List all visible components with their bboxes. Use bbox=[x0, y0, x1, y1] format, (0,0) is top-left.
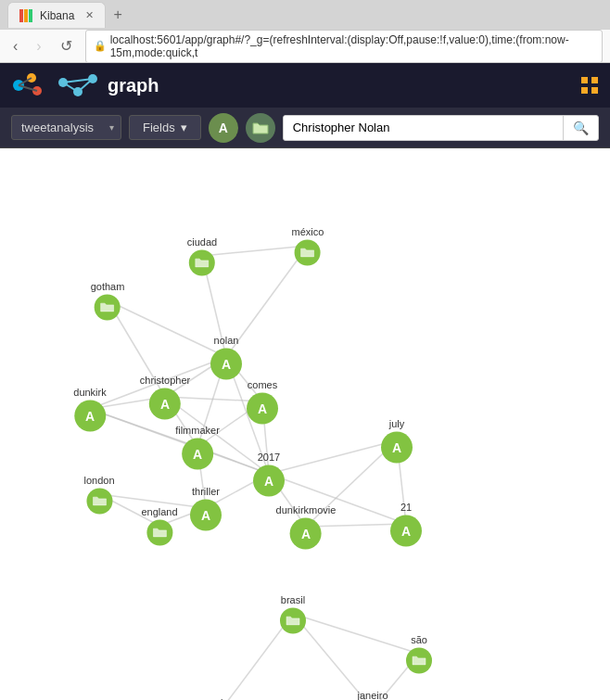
search-button[interactable]: 🔍 bbox=[563, 116, 598, 140]
graph-svg bbox=[0, 148, 610, 700]
svg-line-42 bbox=[306, 524, 406, 527]
search-input[interactable] bbox=[284, 116, 563, 139]
svg-line-38 bbox=[269, 474, 406, 524]
svg-line-40 bbox=[397, 440, 406, 524]
svg-line-33 bbox=[197, 447, 269, 474]
svg-line-36 bbox=[269, 440, 397, 474]
svg-line-23 bbox=[197, 357, 226, 447]
tab-bar: Kibana ✕ + bbox=[0, 0, 610, 30]
svg-rect-15 bbox=[581, 87, 588, 94]
graph-logo-text: graph bbox=[52, 71, 182, 99]
lock-icon: 🔒 bbox=[94, 40, 107, 52]
svg-line-32 bbox=[197, 401, 262, 447]
svg-line-45 bbox=[216, 614, 293, 700]
svg-line-27 bbox=[90, 397, 165, 409]
svg-line-43 bbox=[293, 614, 419, 654]
forward-button[interactable]: › bbox=[31, 36, 46, 57]
tab-close-btn[interactable]: ✕ bbox=[85, 9, 94, 21]
index-select-wrapper: tweetanalysis ▾ bbox=[11, 115, 121, 140]
svg-line-50 bbox=[99, 494, 206, 508]
address-input[interactable]: 🔒 localhost:5601/app/graph#/?_g=(refresh… bbox=[85, 30, 603, 63]
folder-icon bbox=[252, 121, 269, 135]
fields-chevron-icon: ▾ bbox=[181, 121, 187, 134]
back-button[interactable]: ‹ bbox=[7, 36, 23, 57]
fields-label: Fields bbox=[143, 121, 175, 134]
svg-line-39 bbox=[306, 440, 397, 527]
svg-rect-16 bbox=[591, 87, 598, 94]
grid-icon bbox=[580, 76, 599, 95]
svg-line-19 bbox=[226, 246, 308, 357]
svg-line-24 bbox=[226, 357, 262, 401]
toolbar: tweetanalysis ▾ Fields ▾ A 🔍 bbox=[0, 108, 610, 148]
address-bar: ‹ › ↺ 🔒 localhost:5601/app/graph#/?_g=(r… bbox=[0, 30, 610, 63]
svg-line-52 bbox=[159, 508, 206, 526]
svg-line-26 bbox=[165, 397, 197, 447]
svg-line-41 bbox=[206, 474, 269, 508]
svg-line-37 bbox=[269, 474, 306, 527]
kibana-header: graph bbox=[0, 63, 610, 108]
svg-rect-13 bbox=[581, 77, 588, 83]
svg-line-25 bbox=[226, 357, 269, 474]
svg-rect-14 bbox=[591, 77, 598, 83]
new-tab-button[interactable]: + bbox=[109, 6, 125, 23]
vertex-type-button[interactable]: A bbox=[209, 113, 238, 143]
tab-favicon bbox=[19, 9, 32, 22]
folder-type-button[interactable] bbox=[246, 113, 275, 143]
graph-area: ciudadméxicogothamnolanAcomesAchristophe… bbox=[0, 148, 610, 700]
svg-line-51 bbox=[99, 494, 159, 526]
svg-line-46 bbox=[373, 654, 419, 700]
svg-line-18 bbox=[202, 256, 226, 357]
active-tab[interactable]: Kibana ✕ bbox=[7, 2, 106, 28]
svg-line-17 bbox=[202, 246, 308, 256]
browser-chrome: Kibana ✕ + ‹ › ↺ 🔒 localhost:5601/app/gr… bbox=[0, 0, 610, 63]
svg-line-34 bbox=[197, 447, 206, 508]
search-wrapper: 🔍 bbox=[283, 115, 599, 141]
svg-line-49 bbox=[90, 357, 226, 409]
tab-label: Kibana bbox=[40, 9, 74, 22]
svg-line-9 bbox=[63, 83, 78, 92]
fields-button[interactable]: Fields ▾ bbox=[129, 115, 201, 140]
reload-button[interactable]: ↺ bbox=[55, 35, 78, 57]
grid-button[interactable] bbox=[580, 76, 599, 95]
index-select[interactable]: tweetanalysis bbox=[11, 115, 121, 140]
svg-line-20 bbox=[108, 300, 226, 357]
kibana-logo: graph bbox=[11, 69, 182, 102]
kibana-logo-svg bbox=[11, 69, 44, 102]
address-text: localhost:5601/app/graph#/?_g=(refreshIn… bbox=[110, 33, 594, 59]
svg-text:graph: graph bbox=[108, 75, 159, 95]
